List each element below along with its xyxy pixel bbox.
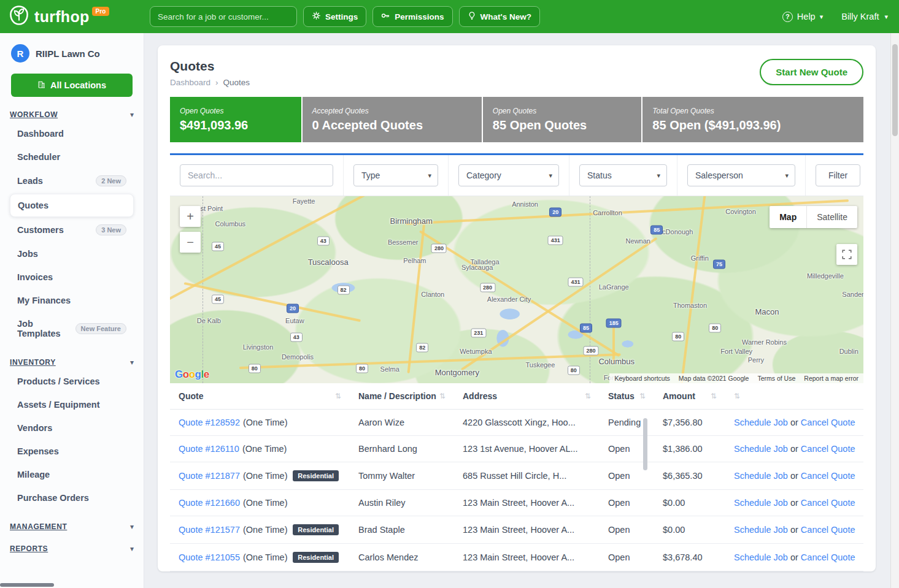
stat-open-quotes-count: Open Quotes 85 Open Quotes <box>483 97 642 142</box>
sort-icon[interactable]: ⇅ <box>639 392 646 400</box>
route-shield-icon: 45 <box>212 242 224 251</box>
cancel-quote-link[interactable]: Cancel Quote <box>801 552 855 562</box>
sort-icon[interactable]: ⇅ <box>711 392 717 400</box>
col-header-actions[interactable]: ⇅ <box>725 383 863 410</box>
permissions-button[interactable]: Permissions <box>372 6 452 27</box>
user-menu[interactable]: Billy Kraft ▾ <box>841 12 888 21</box>
map-view-button[interactable]: Map <box>770 206 806 228</box>
stat-total-open: Total Open Quotes 85 Open ($491,093.96) <box>642 97 863 142</box>
quotes-search-input[interactable] <box>180 164 333 186</box>
route-shield-icon: 431 <box>568 278 584 287</box>
keyboard-shortcuts-link[interactable]: Keyboard shortcuts <box>614 375 669 382</box>
sidebar-item-invoices[interactable]: Invoices <box>10 266 134 288</box>
page-scrollbar[interactable] <box>890 33 899 588</box>
quote-link[interactable]: Quote #121660 <box>179 498 240 508</box>
sort-icon[interactable]: ⇅ <box>335 392 341 400</box>
sidebar-item-my-finances[interactable]: My Finances <box>10 289 134 311</box>
table-row[interactable]: Quote #128592(One Time) Aaron Wize 4220 … <box>170 410 863 436</box>
col-header-address[interactable]: Address⇅ <box>454 383 600 410</box>
schedule-job-link[interactable]: Schedule Job <box>734 525 788 535</box>
sort-icon[interactable]: ⇅ <box>439 392 446 400</box>
help-menu[interactable]: ? Help ▾ <box>782 12 823 22</box>
brand-name: turfhop <box>34 8 90 26</box>
cancel-quote-link[interactable]: Cancel Quote <box>801 444 855 454</box>
quote-link[interactable]: Quote #121577 <box>179 525 240 535</box>
col-header-name[interactable]: Name / Description⇅ <box>350 383 454 410</box>
page-scrollbar-thumb[interactable] <box>892 44 898 136</box>
sidebar-section-inventory[interactable]: INVENTORY ▾ <box>10 358 134 367</box>
sidebar-item-assets-equipment[interactable]: Assets / Equipment <box>10 394 134 416</box>
brand-logo[interactable]: turfhop Pro <box>9 5 150 28</box>
sidebar-item-mileage[interactable]: Mileage <box>10 464 134 486</box>
cancel-quote-link[interactable]: Cancel Quote <box>801 525 855 535</box>
state-border-line <box>203 196 203 383</box>
company-logo: R <box>11 44 29 63</box>
sidebar-item-dashboard[interactable]: Dashboard <box>10 123 134 145</box>
google-logo[interactable]: Google <box>175 368 209 381</box>
table-row[interactable]: Quote #121660(One Time) Austin Riley 123… <box>170 490 863 516</box>
report-map-error-link[interactable]: Report a map error <box>804 375 858 382</box>
quote-link[interactable]: Quote #126110 <box>179 444 239 454</box>
quotes-map[interactable]: Fayettest PointColumbusBirminghamBesseme… <box>170 196 863 383</box>
cancel-quote-link[interactable]: Cancel Quote <box>801 498 855 508</box>
sidebar-section-reports[interactable]: REPORTS ▾ <box>10 544 134 553</box>
cancel-quote-link[interactable]: Cancel Quote <box>801 471 855 481</box>
map-city-label: Sylacauga <box>461 264 493 271</box>
salesperson-select[interactable]: Salesperson▾ <box>687 164 795 186</box>
type-select[interactable]: Type▾ <box>353 164 438 186</box>
topbar: turfhop Pro Settings Permissions What's … <box>0 0 899 33</box>
schedule-job-link[interactable]: Schedule Job <box>734 471 788 481</box>
map-city-label: Pelham <box>403 257 426 264</box>
sidebar-item-purchase-orders[interactable]: Purchase Orders <box>10 487 134 509</box>
quote-link[interactable]: Quote #128592 <box>179 418 240 427</box>
zoom-out-button[interactable]: − <box>180 232 201 253</box>
start-new-quote-button[interactable]: Start New Quote <box>760 59 863 85</box>
route-shield-icon: 20 <box>549 207 561 216</box>
fullscreen-button[interactable] <box>836 244 857 265</box>
schedule-job-link[interactable]: Schedule Job <box>734 418 788 427</box>
table-scrollbar-thumb[interactable] <box>643 418 647 470</box>
table-row[interactable]: Quote #126110(One Time) Bernhard Long 12… <box>170 436 863 462</box>
sidebar-item-products-services[interactable]: Products / Services <box>10 370 134 392</box>
sidebar-item-leads[interactable]: Leads2 New <box>10 169 134 193</box>
sidebar-item-jobs[interactable]: Jobs <box>10 243 134 265</box>
sidebar-scrollbar-thumb[interactable] <box>0 583 54 587</box>
sidebar-item-customers[interactable]: Customers3 New <box>10 218 134 242</box>
company-row[interactable]: R RIIPL Lawn Co <box>0 33 144 66</box>
col-header-quote[interactable]: Quote⇅ <box>170 383 350 410</box>
sidebar-section-workflow[interactable]: WORKFLOW ▾ <box>10 110 134 119</box>
sort-icon[interactable]: ⇅ <box>585 392 591 400</box>
col-header-amount[interactable]: Amount⇅ <box>654 383 725 410</box>
category-select[interactable]: Category▾ <box>458 164 559 186</box>
filter-button[interactable]: Filter <box>816 164 860 186</box>
scroll-up-icon[interactable] <box>891 34 899 43</box>
satellite-view-button[interactable]: Satellite <box>806 206 857 228</box>
schedule-job-link[interactable]: Schedule Job <box>734 498 788 508</box>
quote-link[interactable]: Quote #121877 <box>179 471 240 481</box>
global-search-input[interactable] <box>150 6 297 27</box>
schedule-job-link[interactable]: Schedule Job <box>734 552 788 562</box>
cancel-quote-link[interactable]: Cancel Quote <box>801 418 855 427</box>
status-select[interactable]: Status▾ <box>579 164 667 186</box>
sidebar-item-vendors[interactable]: Vendors <box>10 417 134 439</box>
quote-link[interactable]: Quote #121055 <box>179 552 240 562</box>
table-row[interactable]: Quote #121055(One Time)Residential Carlo… <box>170 544 863 571</box>
all-locations-button[interactable]: All Locations <box>11 74 133 97</box>
breadcrumb-dashboard[interactable]: Dashboard <box>170 78 210 87</box>
sidebar-section-management[interactable]: MANAGEMENT ▾ <box>10 522 134 531</box>
whats-new-button[interactable]: What's New? <box>459 6 540 27</box>
table-row[interactable]: Quote #121877(One Time)Residential Tommy… <box>170 462 863 490</box>
schedule-job-link[interactable]: Schedule Job <box>734 444 788 454</box>
table-row[interactable]: Quote #121577(One Time)Residential Brad … <box>170 516 863 544</box>
col-header-status[interactable]: Status⇅ <box>600 383 654 410</box>
zoom-in-button[interactable]: + <box>180 206 201 227</box>
sidebar-item-expenses[interactable]: Expenses <box>10 440 134 462</box>
scroll-down-icon[interactable] <box>891 578 899 587</box>
map-attribution: Keyboard shortcuts Map data ©2021 Google… <box>609 373 863 383</box>
sort-icon[interactable]: ⇅ <box>734 392 740 400</box>
sidebar-item-scheduler[interactable]: Scheduler <box>10 146 134 168</box>
sidebar-item-quotes[interactable]: Quotes <box>10 194 134 217</box>
sidebar-item-job-templates[interactable]: Job TemplatesNew Feature <box>10 313 134 345</box>
terms-of-use-link[interactable]: Terms of Use <box>757 375 795 382</box>
settings-button[interactable]: Settings <box>303 6 366 27</box>
